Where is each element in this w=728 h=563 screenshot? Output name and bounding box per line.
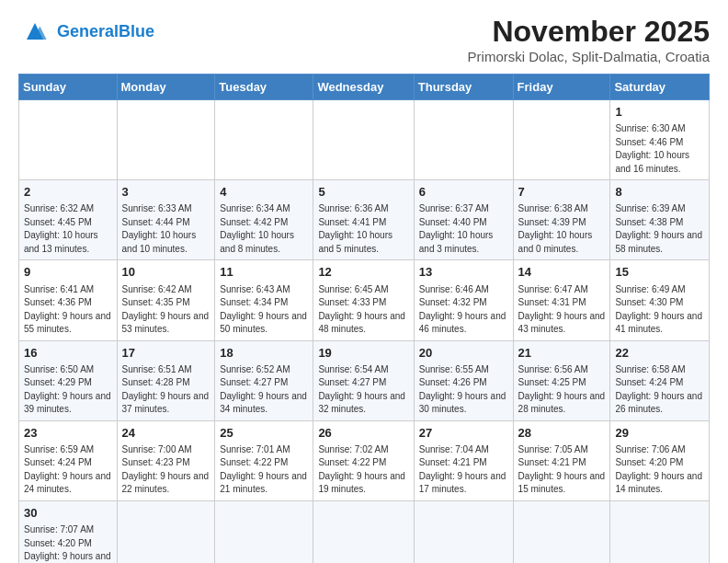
day-info: Sunrise: 6:43 AM Sunset: 4:34 PM Dayligh… (220, 283, 308, 337)
day-cell (513, 500, 610, 563)
day-number: 10 (122, 264, 210, 281)
day-info: Sunrise: 7:00 AM Sunset: 4:23 PM Dayligh… (122, 443, 210, 497)
day-number: 3 (122, 184, 210, 201)
day-number: 9 (24, 264, 112, 281)
day-info: Sunrise: 6:37 AM Sunset: 4:40 PM Dayligh… (419, 202, 508, 256)
day-number: 23 (24, 425, 112, 442)
day-number: 21 (518, 345, 606, 362)
day-info: Sunrise: 6:54 AM Sunset: 4:27 PM Dayligh… (318, 363, 408, 417)
day-cell: 17Sunrise: 6:51 AM Sunset: 4:28 PM Dayli… (117, 340, 215, 420)
day-cell: 12Sunrise: 6:45 AM Sunset: 4:33 PM Dayli… (313, 260, 414, 340)
title-block: November 2025 Primorski Dolac, Split-Dal… (468, 15, 710, 64)
day-info: Sunrise: 6:34 AM Sunset: 4:42 PM Dayligh… (220, 202, 308, 256)
day-number: 18 (220, 345, 308, 362)
day-cell: 3Sunrise: 6:33 AM Sunset: 4:44 PM Daylig… (117, 180, 215, 260)
day-cell: 5Sunrise: 6:36 AM Sunset: 4:41 PM Daylig… (313, 180, 414, 260)
day-number: 26 (318, 425, 408, 442)
day-number: 29 (615, 425, 704, 442)
day-cell (513, 100, 610, 180)
weekday-header-row: SundayMondayTuesdayWednesdayThursdayFrid… (19, 75, 710, 100)
day-number: 24 (122, 425, 210, 442)
day-cell (215, 500, 313, 563)
day-cell: 19Sunrise: 6:54 AM Sunset: 4:27 PM Dayli… (313, 340, 414, 420)
week-row-1: 2Sunrise: 6:32 AM Sunset: 4:45 PM Daylig… (19, 180, 710, 260)
day-number: 19 (318, 345, 408, 362)
day-number: 28 (518, 425, 606, 442)
calendar: SundayMondayTuesdayWednesdayThursdayFrid… (18, 74, 710, 563)
day-number: 25 (220, 425, 308, 442)
day-cell (117, 100, 215, 180)
day-info: Sunrise: 6:39 AM Sunset: 4:38 PM Dayligh… (615, 202, 704, 256)
day-number: 15 (615, 264, 704, 281)
weekday-monday: Monday (117, 75, 215, 100)
header: GeneralBlue November 2025 Primorski Dola… (18, 15, 710, 64)
day-number: 13 (419, 264, 508, 281)
day-cell (19, 100, 118, 180)
logo: GeneralBlue (18, 15, 154, 48)
day-cell: 26Sunrise: 7:02 AM Sunset: 4:22 PM Dayli… (313, 420, 414, 500)
day-info: Sunrise: 7:02 AM Sunset: 4:22 PM Dayligh… (318, 443, 408, 497)
day-cell: 9Sunrise: 6:41 AM Sunset: 4:36 PM Daylig… (19, 260, 118, 340)
day-info: Sunrise: 6:50 AM Sunset: 4:29 PM Dayligh… (24, 363, 112, 417)
day-info: Sunrise: 7:05 AM Sunset: 4:21 PM Dayligh… (518, 443, 606, 497)
day-cell: 7Sunrise: 6:38 AM Sunset: 4:39 PM Daylig… (513, 180, 610, 260)
month-title: November 2025 (468, 15, 710, 49)
day-cell (610, 500, 710, 563)
day-cell: 4Sunrise: 6:34 AM Sunset: 4:42 PM Daylig… (215, 180, 313, 260)
day-number: 6 (419, 184, 508, 201)
week-row-2: 9Sunrise: 6:41 AM Sunset: 4:36 PM Daylig… (19, 260, 710, 340)
day-number: 17 (122, 345, 210, 362)
day-cell: 28Sunrise: 7:05 AM Sunset: 4:21 PM Dayli… (513, 420, 610, 500)
day-cell: 22Sunrise: 6:58 AM Sunset: 4:24 PM Dayli… (610, 340, 710, 420)
day-number: 22 (615, 345, 704, 362)
weekday-saturday: Saturday (610, 75, 710, 100)
day-info: Sunrise: 6:38 AM Sunset: 4:39 PM Dayligh… (518, 202, 606, 256)
day-number: 16 (24, 345, 112, 362)
day-info: Sunrise: 6:33 AM Sunset: 4:44 PM Dayligh… (122, 202, 210, 256)
day-number: 4 (220, 184, 308, 201)
day-info: Sunrise: 6:51 AM Sunset: 4:28 PM Dayligh… (122, 363, 210, 417)
day-cell: 2Sunrise: 6:32 AM Sunset: 4:45 PM Daylig… (19, 180, 118, 260)
day-number: 11 (220, 264, 308, 281)
day-number: 12 (318, 264, 408, 281)
day-cell: 8Sunrise: 6:39 AM Sunset: 4:38 PM Daylig… (610, 180, 710, 260)
day-info: Sunrise: 6:42 AM Sunset: 4:35 PM Dayligh… (122, 283, 210, 337)
day-info: Sunrise: 6:41 AM Sunset: 4:36 PM Dayligh… (24, 283, 112, 337)
day-cell: 10Sunrise: 6:42 AM Sunset: 4:35 PM Dayli… (117, 260, 215, 340)
day-cell (313, 100, 414, 180)
day-number: 30 (24, 505, 112, 522)
location-title: Primorski Dolac, Split-Dalmatia, Croatia (468, 49, 710, 64)
day-cell: 18Sunrise: 6:52 AM Sunset: 4:27 PM Dayli… (215, 340, 313, 420)
day-cell: 15Sunrise: 6:49 AM Sunset: 4:30 PM Dayli… (610, 260, 710, 340)
day-cell: 23Sunrise: 6:59 AM Sunset: 4:24 PM Dayli… (19, 420, 118, 500)
day-cell (215, 100, 313, 180)
day-info: Sunrise: 6:36 AM Sunset: 4:41 PM Dayligh… (318, 202, 408, 256)
day-info: Sunrise: 6:58 AM Sunset: 4:24 PM Dayligh… (615, 363, 704, 417)
week-row-3: 16Sunrise: 6:50 AM Sunset: 4:29 PM Dayli… (19, 340, 710, 420)
weekday-tuesday: Tuesday (215, 75, 313, 100)
day-info: Sunrise: 7:07 AM Sunset: 4:20 PM Dayligh… (24, 523, 112, 563)
day-info: Sunrise: 6:30 AM Sunset: 4:46 PM Dayligh… (615, 122, 704, 176)
day-cell: 27Sunrise: 7:04 AM Sunset: 4:21 PM Dayli… (414, 420, 513, 500)
weekday-friday: Friday (513, 75, 610, 100)
day-cell (117, 500, 215, 563)
day-info: Sunrise: 6:46 AM Sunset: 4:32 PM Dayligh… (419, 283, 508, 337)
day-info: Sunrise: 7:06 AM Sunset: 4:20 PM Dayligh… (615, 443, 704, 497)
day-number: 1 (615, 104, 704, 121)
day-cell: 16Sunrise: 6:50 AM Sunset: 4:29 PM Dayli… (19, 340, 118, 420)
day-cell: 14Sunrise: 6:47 AM Sunset: 4:31 PM Dayli… (513, 260, 610, 340)
day-number: 20 (419, 345, 508, 362)
weekday-thursday: Thursday (414, 75, 513, 100)
day-info: Sunrise: 7:01 AM Sunset: 4:22 PM Dayligh… (220, 443, 308, 497)
day-info: Sunrise: 6:47 AM Sunset: 4:31 PM Dayligh… (518, 283, 606, 337)
day-cell: 21Sunrise: 6:56 AM Sunset: 4:25 PM Dayli… (513, 340, 610, 420)
week-row-5: 30Sunrise: 7:07 AM Sunset: 4:20 PM Dayli… (19, 500, 710, 563)
day-cell: 24Sunrise: 7:00 AM Sunset: 4:23 PM Dayli… (117, 420, 215, 500)
day-number: 5 (318, 184, 408, 201)
day-cell: 20Sunrise: 6:55 AM Sunset: 4:26 PM Dayli… (414, 340, 513, 420)
weekday-sunday: Sunday (19, 75, 118, 100)
weekday-wednesday: Wednesday (313, 75, 414, 100)
day-cell: 13Sunrise: 6:46 AM Sunset: 4:32 PM Dayli… (414, 260, 513, 340)
day-cell: 6Sunrise: 6:37 AM Sunset: 4:40 PM Daylig… (414, 180, 513, 260)
day-info: Sunrise: 6:56 AM Sunset: 4:25 PM Dayligh… (518, 363, 606, 417)
